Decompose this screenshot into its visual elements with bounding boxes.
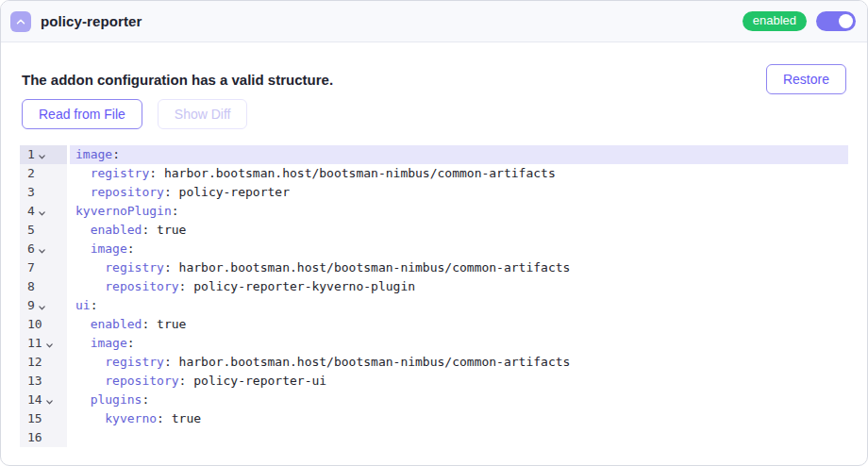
fold-chevron-down-icon[interactable] [38,209,46,218]
code-line-text: registry: harbor.bootsman.host/bootsman-… [70,353,848,372]
code-line-text: repository: policy-reporter-ui [70,372,848,391]
card-header: policy-reporter enabled [1,1,867,42]
code-line-text: ui: [70,296,848,315]
editor-line[interactable]: 5enabled: true [20,221,848,240]
code-line-text: registry: harbor.bootsman.host/bootsman-… [70,258,848,277]
line-number: 11 [20,334,67,353]
line-number: 16 [20,428,67,447]
editor-line[interactable]: 1image: [20,145,848,164]
editor-line[interactable]: 11image: [20,334,848,353]
line-number: 1 [20,145,67,164]
code-line-text [70,428,848,447]
editor-line[interactable]: 2registry: harbor.bootsman.host/bootsman… [20,164,848,183]
line-number: 2 [20,164,67,183]
line-number: 13 [20,372,67,391]
line-number: 3 [20,183,67,202]
editor-line[interactable]: 10enabled: true [20,315,848,334]
addon-title: policy-reporter [41,13,142,29]
header-left: policy-reporter [10,11,142,32]
code-line-text: image: [70,240,848,258]
line-number: 7 [20,258,67,277]
read-from-file-button[interactable]: Read from File [22,99,142,129]
show-diff-button[interactable]: Show Diff [158,99,248,129]
editor-line[interactable]: 12registry: harbor.bootsman.host/bootsma… [20,353,848,372]
code-line-text: plugins: [70,391,848,409]
header-right: enabled [743,11,856,31]
editor-line[interactable]: 14plugins: [20,391,848,409]
validation-message: The addon configuration has a valid stru… [22,72,333,88]
line-number: 5 [20,221,67,240]
editor-line[interactable]: 9ui: [20,296,848,315]
chevron-up-icon [14,15,27,28]
addon-card: policy-reporter enabled The addon config… [0,0,868,466]
line-number: 9 [20,296,67,315]
restore-button[interactable]: Restore [766,64,846,94]
editor-line[interactable]: 4kyvernoPlugin: [20,202,848,221]
status-badge: enabled [743,11,807,31]
code-line-text: enabled: true [70,315,848,334]
editor-line[interactable]: 13repository: policy-reporter-ui [20,372,848,391]
editor-line[interactable]: 8repository: policy-reporter-kyverno-plu… [20,277,848,296]
actions-row: Read from File Show Diff [22,99,846,129]
editor-line[interactable]: 6image: [20,240,848,258]
collapse-button[interactable] [10,11,31,32]
enabled-toggle[interactable] [816,11,856,31]
line-number: 12 [20,353,67,372]
code-line-text: registry: harbor.bootsman.host/bootsman-… [70,164,848,183]
fold-chevron-down-icon[interactable] [38,247,46,256]
line-number: 4 [20,202,67,221]
code-line-text: kyverno: true [70,409,848,428]
code-line-text: kyvernoPlugin: [70,202,848,221]
toggle-knob [839,14,853,28]
line-number: 14 [20,391,67,409]
code-line-text: image: [70,145,848,164]
line-number: 15 [20,409,67,428]
editor-line[interactable]: 15kyverno: true [20,409,848,428]
editor-line[interactable]: 16 [20,428,848,447]
code-line-text: repository: policy-reporter [70,183,848,202]
fold-chevron-down-icon[interactable] [38,304,46,312]
fold-chevron-down-icon[interactable] [45,341,54,350]
message-row: The addon configuration has a valid stru… [22,64,846,94]
card-body: The addon configuration has a valid stru… [1,42,867,465]
code-line-text: enabled: true [70,221,848,240]
editor-line[interactable]: 3repository: policy-reporter [20,183,848,202]
line-number: 10 [20,315,67,334]
code-line-text: image: [70,334,848,353]
line-number: 8 [20,277,67,296]
fold-chevron-down-icon[interactable] [38,153,46,161]
yaml-editor[interactable]: 1image:2registry: harbor.bootsman.host/b… [20,145,848,447]
code-line-text: repository: policy-reporter-kyverno-plug… [70,277,848,296]
editor-line[interactable]: 7registry: harbor.bootsman.host/bootsman… [20,258,848,277]
fold-chevron-down-icon[interactable] [45,398,54,407]
line-number: 6 [20,240,67,258]
